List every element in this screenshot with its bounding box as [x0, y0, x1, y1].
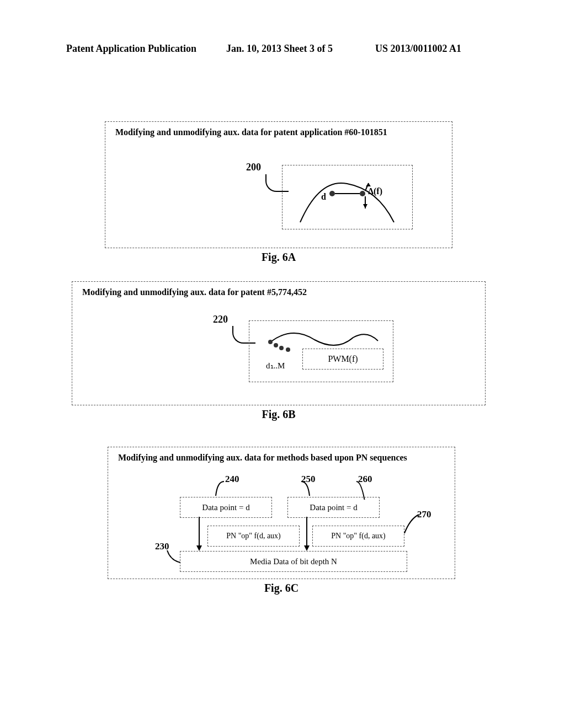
arrow-dp2-down: [301, 517, 312, 551]
ref-200-label: 200: [246, 162, 261, 173]
figure-6c-caption: Fig. 6C: [108, 582, 455, 595]
figure-6a-title: Modifying and unmodifying aux. data for …: [115, 127, 387, 137]
svg-point-8: [274, 343, 278, 347]
label-delta: Δ(f): [368, 186, 382, 196]
svg-point-2: [360, 191, 365, 196]
ref-220-label: 220: [213, 314, 228, 325]
header-doc-number: US 2013/0011002 A1: [375, 43, 461, 55]
pn-op-box-2: PN "op" f(d, aux): [312, 526, 404, 547]
pn-op-box-1: PN "op" f(d, aux): [207, 526, 300, 547]
header-date-sheet: Jan. 10, 2013 Sheet 3 of 5: [226, 43, 333, 55]
svg-marker-6: [363, 204, 367, 208]
svg-marker-14: [304, 545, 310, 551]
ref-260-label: 260: [358, 474, 372, 485]
figure-6b-title: Modifying and unmodifying aux. data for …: [82, 287, 307, 297]
media-data-box: Media Data of bit depth N: [180, 551, 407, 572]
figure-6c-title: Modifying and unmodifying aux. data for …: [118, 453, 407, 463]
svg-point-0: [329, 191, 335, 196]
svg-marker-12: [196, 545, 202, 551]
ref-240-label: 240: [225, 474, 239, 485]
figure-6b-inner: PWM(f) d₁..M: [249, 320, 393, 382]
patent-page: Patent Application Publication Jan. 10, …: [0, 0, 565, 728]
ref-250-label: 250: [301, 474, 316, 485]
figure-6a-inner: d Δ(f): [282, 165, 413, 229]
leader-230: [166, 549, 183, 566]
svg-point-9: [279, 346, 284, 350]
leader-270: [403, 513, 420, 536]
svg-point-7: [268, 340, 273, 344]
data-point-box-2: Data point = d: [287, 497, 380, 518]
bell-curve-icon: [295, 175, 399, 225]
figure-6a-caption: Fig. 6A: [105, 251, 452, 264]
figure-6c-box: Modifying and unmodifying aux. data for …: [108, 447, 455, 579]
pwm-box: PWM(f): [302, 349, 383, 370]
figure-6b-caption: Fig. 6B: [72, 408, 486, 421]
figure-6a-box: Modifying and unmodifying aux. data for …: [105, 121, 452, 248]
figure-6b-box: Modifying and unmodifying aux. data for …: [72, 281, 486, 405]
data-point-box-1: Data point = d: [180, 497, 272, 518]
header-publication: Patent Application Publication: [66, 43, 196, 55]
svg-point-10: [286, 347, 290, 352]
label-d: d: [321, 192, 326, 202]
label-d1m: d₁..M: [266, 361, 285, 371]
arrow-dp1-down: [194, 517, 205, 551]
